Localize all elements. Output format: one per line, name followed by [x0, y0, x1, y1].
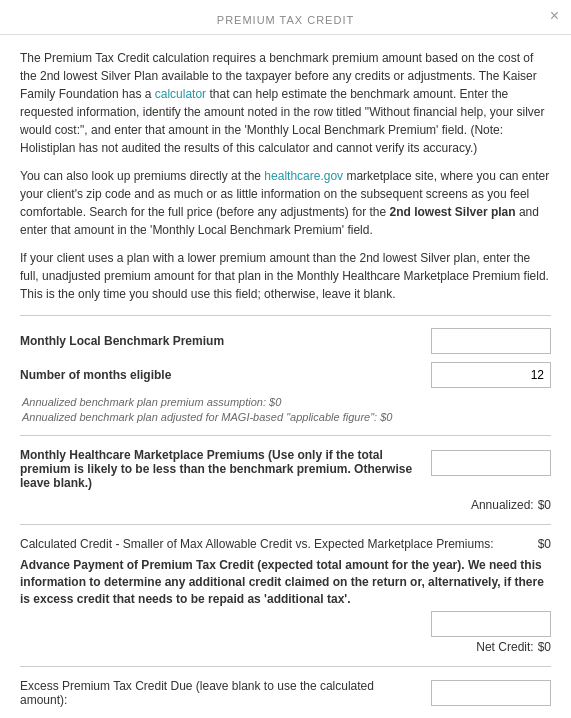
marketplace-row: Monthly Healthcare Marketplace Premiums … — [20, 448, 551, 490]
calculated-credit-value: $0 — [538, 537, 551, 551]
close-x-button[interactable]: × — [550, 8, 559, 24]
marketplace-label: Monthly Healthcare Marketplace Premiums … — [20, 448, 431, 490]
annualized-assumption-text: Annualized benchmark plan premium assump… — [20, 396, 551, 408]
advance-field-row — [20, 611, 551, 637]
advance-label: Advance Payment of Premium Tax Credit (e… — [20, 557, 551, 607]
modal-body: The Premium Tax Credit calculation requi… — [0, 35, 571, 718]
monthly-benchmark-input[interactable] — [431, 328, 551, 354]
annualized-value: $0 — [538, 498, 551, 512]
annualized-magi-text: Annualized benchmark plan adjusted for M… — [20, 411, 551, 423]
intro-paragraph-2: You can also look up premiums directly a… — [20, 167, 551, 239]
marketplace-section: Monthly Healthcare Marketplace Premiums … — [20, 448, 551, 512]
annualized-label: Annualized: — [471, 498, 534, 512]
divider-3 — [20, 524, 551, 525]
monthly-benchmark-label: Monthly Local Benchmark Premium — [20, 334, 431, 348]
calculator-link[interactable]: calculator — [155, 87, 206, 101]
advance-input[interactable] — [431, 611, 551, 637]
months-eligible-label: Number of months eligible — [20, 368, 431, 382]
modal-header: PREMIUM TAX CREDIT × — [0, 0, 571, 35]
months-eligible-input[interactable] — [431, 362, 551, 388]
net-credit-value: $0 — [538, 640, 551, 654]
modal-title: PREMIUM TAX CREDIT — [217, 14, 354, 26]
calculated-credit-label: Calculated Credit - Smaller of Max Allow… — [20, 537, 538, 551]
bold-silver-plan: 2nd lowest Silver plan — [390, 205, 516, 219]
excess-input[interactable] — [431, 680, 551, 706]
intro-text-2a: You can also look up premiums directly a… — [20, 169, 264, 183]
excess-label: Excess Premium Tax Credit Due (leave bla… — [20, 679, 431, 707]
intro-paragraph-3: If your client uses a plan with a lower … — [20, 249, 551, 303]
net-credit-row: Net Credit: $0 — [20, 640, 551, 654]
divider-4 — [20, 666, 551, 667]
advance-block: Advance Payment of Premium Tax Credit (e… — [20, 557, 551, 654]
divider-2 — [20, 435, 551, 436]
months-eligible-row: Number of months eligible — [20, 362, 551, 388]
intro-paragraph-1: The Premium Tax Credit calculation requi… — [20, 49, 551, 157]
excess-row: Excess Premium Tax Credit Due (leave bla… — [20, 679, 551, 707]
divider-1 — [20, 315, 551, 316]
monthly-benchmark-row: Monthly Local Benchmark Premium — [20, 328, 551, 354]
net-credit-label: Net Credit: — [476, 640, 533, 654]
healthcare-link[interactable]: healthcare.gov — [264, 169, 343, 183]
modal-container: PREMIUM TAX CREDIT × The Premium Tax Cre… — [0, 0, 571, 718]
marketplace-input[interactable] — [431, 450, 551, 476]
annualized-row: Annualized: $0 — [20, 498, 551, 512]
calculated-credit-row: Calculated Credit - Smaller of Max Allow… — [20, 537, 551, 551]
